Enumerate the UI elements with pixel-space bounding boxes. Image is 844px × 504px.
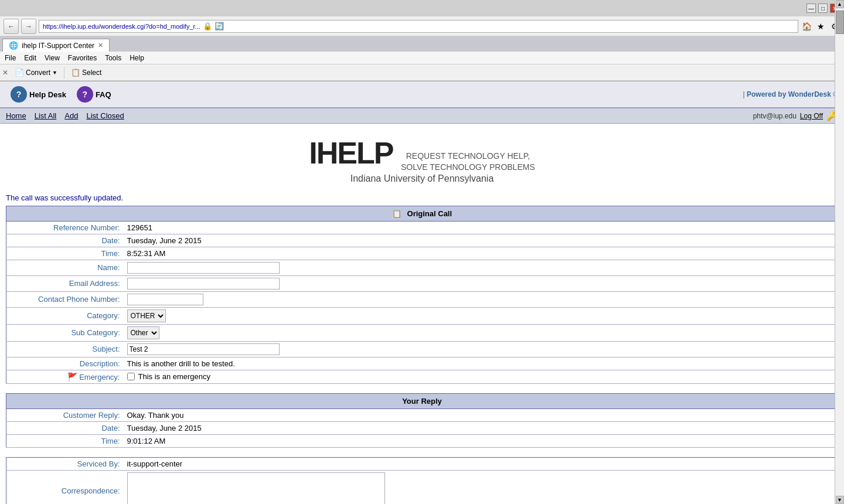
subcategory-select[interactable]: Other [127,326,159,339]
tab-title: ihelp IT-Support Center [22,42,94,50]
phone-value [124,291,838,307]
close-tab-button[interactable]: ✕ [98,42,103,49]
logo-tagline-line2: SOLVE TECHNOLOGY PROBLEMS [401,162,535,172]
time-row: Time: 8:52:31 AM [6,247,838,260]
logo-ihelp: IHELP [309,135,393,171]
category-select[interactable]: OTHER [127,309,166,322]
faq-label: FAQ [96,90,111,99]
page-outer: ? Help Desk ? FAQ | Powered by WonderDes… [0,81,844,504]
menu-help[interactable]: Help [130,54,144,62]
name-input[interactable] [127,262,280,274]
your-reply-table: Your Reply Customer Reply: Okay. Thank y… [6,393,838,448]
your-reply-header: Your Reply [6,393,838,408]
emergency-text: This is an emergency [138,372,211,381]
back-button[interactable]: ← [4,19,19,34]
wonderdesk-link[interactable]: Powered by WonderDesk ® [747,90,838,98]
email-input[interactable] [127,278,280,290]
subject-input[interactable] [127,343,280,355]
correspondence-textarea[interactable] [127,472,385,504]
serviced-by-row: Serviced By: it-support-center [6,457,838,470]
success-message: The call was successfully updated. [0,190,844,206]
emergency-row: 🚩 Emergency: This is an emergency [6,370,838,383]
menu-bar: File Edit View Favorites Tools Help [0,52,844,64]
browser-chrome: — □ ✕ ← → https://ihelp.iup.edu/wonderde… [0,0,844,81]
menu-view[interactable]: View [45,54,60,62]
breadcrumb-links: Home List All Add List Closed [6,111,124,120]
breadcrumb-add[interactable]: Add [64,111,78,120]
emergency-value: This is an emergency [124,370,838,383]
date-label: Date: [6,234,124,247]
logo-tagline: REQUEST TECHNOLOGY HELP, SOLVE TECHNOLOG… [401,151,535,172]
subcategory-value: Other [124,324,838,341]
address-bar-row: ← → https://ihelp.iup.edu/wonderdesk.cgi… [0,16,844,36]
category-row: Category: OTHER [6,307,838,324]
forward-button[interactable]: → [21,19,36,34]
subject-value [124,341,838,357]
select-button[interactable]: 📋 Select [68,66,104,79]
original-call-header: 📋 Original Call [6,206,838,221]
logo-section: IHELP REQUEST TECHNOLOGY HELP, SOLVE TEC… [0,124,844,190]
date-value: Tuesday, June 2 2015 [124,234,838,247]
breadcrumb-listclosed[interactable]: List Closed [86,111,124,120]
faq-icon: ? [77,86,93,103]
convert-button[interactable]: 📄 Convert ▼ [12,66,60,79]
faq-nav-btn[interactable]: ? FAQ [72,84,116,105]
address-box[interactable]: https://ihelp.iup.edu/wonderdesk.cgi?do=… [39,20,798,33]
name-label: Name: [6,260,124,275]
favorites-icon[interactable]: ★ [815,21,826,32]
reply-date-label: Date: [6,421,124,434]
minimize-button[interactable]: — [806,4,816,13]
home-icon[interactable]: 🏠 [801,21,812,32]
subcategory-row: Sub Category: Other [6,324,838,341]
scroll-down-arrow[interactable]: ▼ [836,496,844,504]
original-call-table: 📋 Original Call Reference Number: 129651… [6,206,838,384]
reference-value: 129651 [124,221,838,234]
menu-file[interactable]: File [5,54,16,62]
logoff-link[interactable]: Log Off [800,112,823,120]
emergency-checkbox[interactable] [127,373,135,380]
emergency-label: 🚩 Emergency: [6,370,124,383]
helpdesk-label: Help Desk [29,90,66,99]
breadcrumb-home[interactable]: Home [6,111,26,120]
scroll-up-arrow[interactable]: ▲ [836,0,844,8]
menu-edit[interactable]: Edit [24,54,36,62]
logo-tagline-line1: REQUEST TECHNOLOGY HELP, [406,151,530,161]
subcategory-label: Sub Category: [6,324,124,341]
scroll-thumb[interactable] [836,11,844,34]
correspondence-label: Correspondence: [6,470,124,504]
description-row: Description: This is another drill to be… [6,357,838,370]
subject-label: Subject: [6,341,124,357]
menu-favorites[interactable]: Favorites [68,54,97,62]
name-value [124,260,838,275]
title-bar: — □ ✕ [0,0,844,16]
active-tab[interactable]: 🌐 ihelp IT-Support Center ✕ [2,39,110,52]
logo-container: IHELP REQUEST TECHNOLOGY HELP, SOLVE TEC… [0,135,844,172]
phone-input[interactable] [127,294,203,305]
time-label: Time: [6,247,124,260]
customer-reply-row: Customer Reply: Okay. Thank you [6,408,838,421]
reference-row: Reference Number: 129651 [6,221,838,234]
scrollbar[interactable]: ▲ ▼ [835,0,844,504]
phone-label: Contact Phone Number: [6,291,124,307]
powered-by: | Powered by WonderDesk ® [743,90,838,98]
main-content: 📋 Original Call Reference Number: 129651… [0,206,844,504]
category-label: Category: [6,307,124,324]
reply-date-value: Tuesday, June 2 2015 [124,421,838,434]
phone-row: Contact Phone Number: [6,291,838,307]
select-label: Select [82,69,101,77]
helpdesk-nav-btn[interactable]: ? Help Desk [6,84,71,105]
correspondence-value [124,470,838,504]
email-row: Email Address: [6,275,838,291]
subject-row: Subject: [6,341,838,357]
reply-time-row: Time: 9:01:12 AM [6,434,838,447]
name-row: Name: [6,260,838,275]
user-email: phtv@iup.edu [753,112,797,120]
serviced-by-value: it-support-center [124,457,838,470]
browser-toolbar: ✕ 📄 Convert ▼ 📋 Select [0,64,844,81]
breadcrumb-listall[interactable]: List All [35,111,57,120]
menu-tools[interactable]: Tools [105,54,121,62]
email-label: Email Address: [6,275,124,291]
maximize-button[interactable]: □ [818,4,828,13]
stop-button[interactable]: ✕ [2,69,8,77]
reply-time-value: 9:01:12 AM [124,434,838,447]
